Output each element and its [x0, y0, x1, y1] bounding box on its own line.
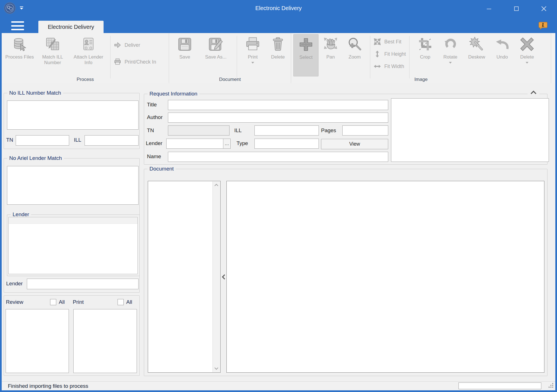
separator	[237, 36, 237, 78]
print-label: Print	[73, 299, 84, 305]
separator	[110, 36, 111, 78]
tn-input[interactable]	[16, 135, 69, 146]
attach-lender-info-button[interactable]: Attach Lender Info	[70, 34, 107, 76]
author-input[interactable]	[168, 113, 388, 123]
request-information-group: Request Information Title Author TN ILL …	[144, 94, 547, 165]
separator	[370, 36, 370, 78]
window-body: Process Files	[2, 33, 555, 390]
dropdown-caret-icon	[251, 62, 254, 64]
review-all-checkbox[interactable]	[50, 299, 56, 305]
lender-list-group: Lender	[7, 214, 140, 276]
match-grid-icon	[45, 37, 60, 52]
review-label: Review	[6, 299, 23, 305]
x-icon	[519, 37, 535, 52]
ribbon-group-process: Process Files	[2, 33, 169, 83]
group-title: Lender	[11, 211, 31, 218]
lender-input[interactable]	[166, 139, 223, 149]
close-button[interactable]	[536, 4, 552, 13]
delete-document-button[interactable]: Delete	[265, 34, 291, 76]
scroll-down-icon[interactable]	[213, 365, 220, 372]
deskew-button[interactable]: Deskew	[463, 34, 490, 76]
scroll-up-icon[interactable]	[213, 181, 220, 189]
pages-input[interactable]	[342, 125, 388, 136]
ribbon: Process Files	[2, 33, 555, 84]
rotate-button[interactable]: Rotate	[437, 34, 463, 76]
separator	[409, 36, 409, 78]
print-check-in-button[interactable]: Print/Check In	[114, 58, 156, 66]
no-ariel-lender-match-group: No Ariel Lender Match Lender Lender	[4, 158, 140, 293]
thumbnail-scrollbar[interactable]	[212, 181, 220, 372]
print-all-label: All	[126, 299, 132, 305]
deliver-arrow-icon	[114, 41, 121, 49]
print-all-checkbox[interactable]	[118, 299, 124, 305]
select-tool-button[interactable]: Select	[293, 34, 319, 76]
page-thumbnail-list[interactable]	[148, 181, 221, 373]
id-card-icon	[81, 37, 96, 52]
floppy-pencil-icon	[208, 37, 223, 52]
menu-icon	[11, 21, 24, 23]
save-as-button[interactable]: Save As...	[198, 34, 233, 76]
tab-electronic-delivery[interactable]: Electronic Delivery	[38, 21, 104, 33]
best-fit-icon	[374, 38, 381, 45]
content-area: No ILL Number Match TN ILL No Ariel Lend…	[2, 83, 555, 382]
ill-label: ILL	[234, 127, 242, 134]
lender-browse-button[interactable]: …	[223, 139, 231, 149]
ribbon-tab-bar: Electronic Delivery	[0, 16, 557, 33]
type-input[interactable]	[254, 139, 319, 149]
ribbon-group-document: Save Save As...	[169, 33, 291, 83]
fit-height-button[interactable]: Fit Height	[374, 50, 406, 58]
name-input[interactable]	[168, 152, 388, 162]
collapse-request-info-button[interactable]	[528, 90, 539, 96]
status-progress-box	[458, 382, 541, 389]
printer-icon	[245, 37, 260, 52]
ill-label: ILL	[74, 137, 81, 143]
ill-input[interactable]	[254, 125, 319, 136]
select-cross-icon	[298, 37, 313, 52]
print-button[interactable]: Print	[240, 34, 265, 76]
lender-list-header	[9, 217, 137, 224]
collapse-thumbnails-button[interactable]	[221, 181, 226, 373]
status-message: Finished importing files to process	[8, 382, 88, 390]
undo-button[interactable]: Undo	[490, 34, 514, 76]
maximize-button[interactable]	[508, 4, 525, 13]
best-fit-button[interactable]: Best Fit	[374, 38, 406, 46]
lender-list[interactable]	[8, 217, 138, 274]
process-files-button[interactable]: Process Files	[4, 34, 35, 76]
main-menu-button[interactable]	[11, 21, 27, 30]
no-ill-number-match-group: No ILL Number Match TN ILL	[4, 93, 140, 149]
window-title: Electronic Delivery	[0, 0, 557, 16]
no-ill-match-list[interactable]	[7, 101, 139, 130]
lender-label: Lender	[146, 140, 162, 146]
view-button[interactable]: View	[321, 139, 388, 149]
save-button[interactable]: Save	[171, 34, 198, 76]
title-input[interactable]	[168, 100, 388, 110]
resize-grip-icon[interactable]	[548, 382, 554, 389]
app-window: Electronic Delivery Electronic Delivery	[0, 0, 557, 392]
printer-icon	[114, 58, 121, 66]
delete-image-button[interactable]: Delete	[514, 34, 540, 76]
title-bar: Electronic Delivery	[0, 0, 557, 16]
magnifier-plus-icon	[347, 37, 362, 52]
deliver-button[interactable]: Deliver	[114, 41, 156, 49]
group-title: Request Information	[148, 91, 199, 97]
review-list[interactable]	[6, 309, 69, 373]
print-list[interactable]	[73, 309, 137, 373]
dropdown-caret-icon	[526, 62, 528, 64]
document-group: Document	[144, 169, 547, 376]
status-bar: Finished importing files to process	[2, 381, 555, 390]
fit-width-button[interactable]: Fit Width	[374, 62, 406, 71]
zoom-tool-button[interactable]: Zoom	[343, 34, 367, 76]
document-view[interactable]	[226, 181, 544, 373]
rotate-icon	[443, 37, 458, 52]
crop-icon	[418, 37, 433, 52]
crop-button[interactable]: Crop	[413, 34, 437, 76]
group-caption-process: Process	[2, 77, 169, 82]
help-icon[interactable]	[539, 21, 547, 30]
match-ill-number-button[interactable]: Match ILL Number	[35, 34, 70, 76]
no-ariel-match-list[interactable]	[7, 166, 139, 205]
minimize-button[interactable]	[481, 4, 497, 13]
lender-field-input[interactable]	[27, 279, 139, 289]
ill-input[interactable]	[85, 135, 139, 146]
pan-tool-button[interactable]: Pan	[319, 34, 343, 76]
review-print-group: Review All Print All	[4, 295, 140, 376]
